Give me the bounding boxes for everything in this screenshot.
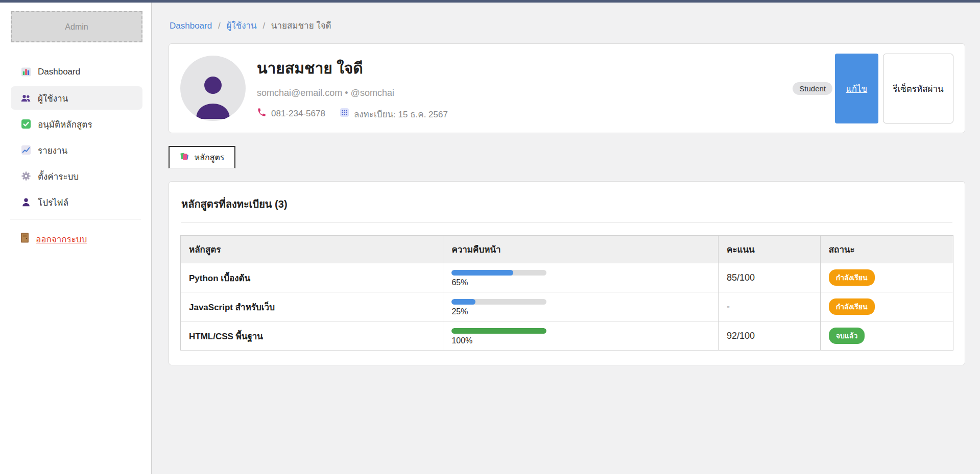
status-badge: กำลังเรียน	[829, 269, 875, 286]
sidebar: Admin Dashboard ผู้ใช้งาน อนุมัติหลักสูต…	[0, 0, 152, 474]
status-badge: จบแล้ว	[829, 328, 865, 344]
profile-name: นายสมชาย ใจดี	[257, 56, 448, 80]
phone-number: 081-234-5678	[271, 109, 325, 119]
profile-card: นายสมชาย ใจดี somchai@email.com • @somch…	[169, 43, 965, 133]
progress-bar-fill	[451, 299, 475, 305]
main-content: Dashboard / ผู้ใช้งาน / นายสมชาย ใจดี นา…	[152, 0, 980, 474]
courses-table: หลักสูตร ความคืบหน้า คะแนน สถานะ Python …	[180, 235, 953, 351]
role-badge: Student	[793, 82, 832, 95]
sidebar-item-label: รายงาน	[38, 143, 67, 157]
profile-meta: 081-234-5678 ลงทะเบียน: 15 ธ.ค. 2567	[257, 107, 448, 121]
sidebar-item-approve-courses[interactable]: อนุมัติหลักสูตร	[11, 112, 142, 136]
bar-chart-icon	[20, 67, 31, 78]
logout-label: ออกจากระบบ	[36, 232, 87, 246]
admin-logo-label: Admin	[65, 22, 88, 32]
course-name: JavaScript สำหรับเว็บ	[189, 303, 275, 312]
progress-bar-fill	[451, 328, 546, 334]
avatar	[180, 56, 246, 121]
progress-bar	[451, 270, 546, 276]
books-icon	[180, 152, 189, 163]
course-score: 85/100	[727, 272, 755, 283]
edit-button[interactable]: แก้ไข	[835, 54, 878, 123]
table-row: JavaScript สำหรับเว็บ 25% - กำลังเรียน	[181, 292, 953, 321]
calendar-icon	[340, 108, 349, 120]
progress-bar	[451, 328, 546, 334]
column-header-score: คะแนน	[719, 236, 821, 263]
app-window: Admin Dashboard ผู้ใช้งาน อนุมัติหลักสูต…	[0, 0, 980, 474]
table-row: Python เบื้องต้น 65% 85/100 กำลังเรียน	[181, 263, 953, 292]
logout-button[interactable]: ออกจากระบบ	[11, 229, 142, 249]
profile-registered: ลงทะเบียน: 15 ธ.ค. 2567	[340, 107, 448, 121]
sidebar-divider	[10, 219, 141, 219]
registered-date: ลงทะเบียน: 15 ธ.ค. 2567	[354, 107, 448, 121]
sidebar-menu: Dashboard ผู้ใช้งาน อนุมัติหลักสูตร รายง…	[0, 60, 151, 214]
sidebar-item-label: อนุมัติหลักสูตร	[38, 117, 92, 131]
column-header-status: สถานะ	[820, 236, 953, 263]
breadcrumb: Dashboard / ผู้ใช้งาน / นายสมชาย ใจดี	[170, 18, 965, 32]
course-name: HTML/CSS พื้นฐาน	[189, 332, 263, 341]
breadcrumb-separator: /	[218, 21, 221, 31]
sidebar-item-label: ตั้งค่าระบบ	[38, 169, 79, 183]
tab-courses-label: หลักสูตร	[195, 151, 225, 164]
sidebar-item-label: โปรไฟล์	[38, 195, 68, 209]
status-badge: กำลังเรียน	[829, 298, 875, 315]
progress-label: 25%	[451, 307, 710, 316]
sidebar-item-users[interactable]: ผู้ใช้งาน	[11, 86, 142, 110]
sidebar-item-dashboard[interactable]: Dashboard	[11, 60, 142, 84]
tab-courses[interactable]: หลักสูตร	[169, 146, 235, 168]
breadcrumb-dashboard[interactable]: Dashboard	[170, 21, 212, 31]
course-score: -	[727, 302, 730, 312]
progress-bar	[451, 299, 546, 305]
person-silhouette-icon	[192, 72, 234, 121]
gear-icon	[20, 171, 31, 182]
profile-actions: Student แก้ไข รีเซ็ตรหัสผ่าน	[793, 54, 953, 123]
progress-label: 100%	[451, 336, 710, 345]
course-name: Python เบื้องต้น	[189, 273, 250, 283]
breadcrumb-separator: /	[262, 21, 265, 31]
check-square-icon	[20, 119, 31, 130]
profile-info: นายสมชาย ใจดี somchai@email.com • @somch…	[257, 56, 448, 121]
top-accent-bar	[0, 0, 980, 3]
reset-password-button[interactable]: รีเซ็ตรหัสผ่าน	[883, 54, 953, 123]
sidebar-item-profile[interactable]: โปรไฟล์	[11, 190, 142, 214]
person-icon	[20, 197, 31, 208]
progress-bar-fill	[451, 270, 513, 276]
table-row: HTML/CSS พื้นฐาน 100% 92/100 จบแล้ว	[181, 321, 953, 351]
users-icon	[20, 93, 31, 104]
profile-phone: 081-234-5678	[257, 108, 325, 120]
breadcrumb-users[interactable]: ผู้ใช้งาน	[226, 21, 256, 31]
title-divider	[181, 222, 952, 223]
admin-logo-placeholder: Admin	[11, 11, 142, 42]
sidebar-item-settings[interactable]: ตั้งค่าระบบ	[11, 164, 142, 188]
course-score: 92/100	[727, 331, 755, 341]
table-header-row: หลักสูตร ความคืบหน้า คะแนน สถานะ	[181, 236, 953, 263]
column-header-progress: ความคืบหน้า	[443, 236, 719, 263]
courses-title: หลักสูตรที่ลงทะเบียน (3)	[181, 196, 953, 212]
sidebar-item-label: ผู้ใช้งาน	[38, 91, 68, 105]
door-icon	[20, 233, 29, 245]
courses-card: หลักสูตรที่ลงทะเบียน (3) หลักสูตร ความคื…	[169, 181, 965, 365]
sidebar-item-label: Dashboard	[38, 67, 80, 77]
column-header-course: หลักสูตร	[181, 236, 443, 263]
sidebar-item-reports[interactable]: รายงาน	[11, 138, 142, 162]
progress-label: 65%	[451, 278, 710, 287]
breadcrumb-current: นายสมชาย ใจดี	[271, 21, 331, 31]
tab-bar: หลักสูตร	[169, 146, 965, 168]
phone-icon	[257, 108, 267, 120]
profile-email: somchai@email.com • @somchai	[257, 88, 448, 98]
line-chart-icon	[20, 145, 31, 156]
